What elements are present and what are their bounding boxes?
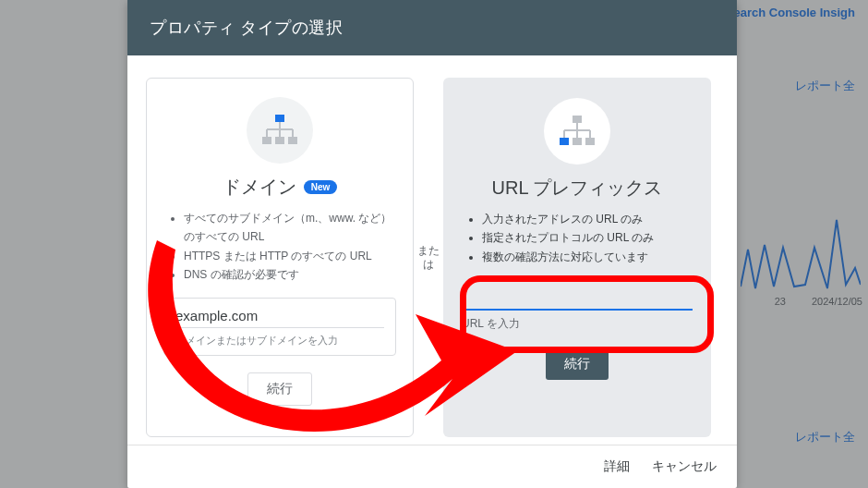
or-sep-b: は: [414, 258, 443, 271]
domain-input-wrap: ドメインまたはサブドメインを入力: [163, 298, 396, 356]
domain-bullet: DNS の確認が必要です: [184, 265, 396, 284]
url-prefix-input-helper: URL を入力: [462, 316, 693, 332]
cancel-button[interactable]: キャンセル: [652, 458, 717, 475]
domain-bullet: すべてのサブドメイン（m.、www. など）のすべての URL: [184, 209, 396, 247]
detail-link[interactable]: 詳細: [604, 458, 630, 475]
url-prefix-bullet: 入力されたアドレスの URL のみ: [482, 210, 693, 228]
url-prefix-bullets: 入力されたアドレスの URL のみ 指定されたプロトコルの URL のみ 複数の…: [462, 210, 693, 266]
domain-card-title-row: ドメイン New: [223, 175, 338, 200]
url-prefix-input[interactable]: [462, 281, 693, 309]
svg-rect-8: [288, 137, 297, 144]
domain-card-title: ドメイン: [223, 175, 296, 200]
url-prefix-continue-button[interactable]: 続行: [546, 348, 609, 380]
domain-card[interactable]: ドメイン New すべてのサブドメイン（m.、www. など）のすべての URL…: [146, 78, 414, 437]
url-prefix-card[interactable]: URL プレフィックス 入力されたアドレスの URL のみ 指定されたプロトコル…: [443, 78, 711, 437]
svg-rect-9: [573, 116, 582, 123]
domain-continue-button[interactable]: 続行: [247, 372, 312, 406]
svg-rect-16: [573, 138, 582, 145]
svg-rect-0: [275, 115, 284, 122]
svg-rect-15: [560, 138, 569, 145]
modal-title: プロパティ タイプの選択: [127, 0, 737, 55]
domain-input-helper: ドメインまたはサブドメインを入力: [175, 334, 384, 348]
modal-body: ドメイン New すべてのサブドメイン（m.、www. など）のすべての URL…: [127, 55, 737, 445]
url-prefix-bullet: 複数の確認方法に対応しています: [482, 248, 693, 266]
url-prefix-input-wrap: URL を入力: [462, 281, 693, 332]
svg-rect-6: [262, 137, 271, 144]
property-type-modal: プロパティ タイプの選択 ドメイン New: [127, 0, 737, 488]
domain-bullets: すべてのサブドメイン（m.、www. など）のすべての URL HTTPS また…: [163, 209, 396, 285]
new-badge: New: [304, 180, 338, 194]
domain-bullet: HTTPS または HTTP のすべての URL: [184, 247, 396, 265]
domain-input[interactable]: [175, 308, 384, 323]
sitemap-icon: [544, 98, 610, 165]
svg-rect-17: [585, 138, 595, 145]
url-prefix-bullet: 指定されたプロトコルの URL のみ: [482, 228, 693, 247]
url-prefix-card-title: URL プレフィックス: [492, 176, 663, 201]
sitemap-icon: [247, 97, 313, 164]
svg-rect-7: [275, 137, 284, 144]
input-underline: [175, 327, 384, 328]
or-separator: また は: [414, 244, 443, 271]
modal-footer: 詳細 キャンセル: [127, 445, 737, 488]
input-underline: [462, 309, 693, 311]
or-sep-a: また: [414, 244, 443, 257]
